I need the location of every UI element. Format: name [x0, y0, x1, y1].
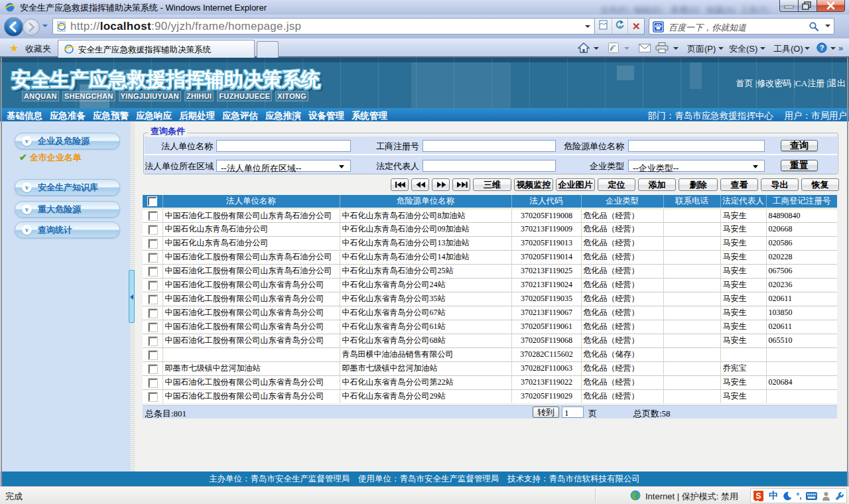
- svg-text:S: S: [756, 491, 761, 501]
- svg-text:?: ?: [820, 44, 824, 52]
